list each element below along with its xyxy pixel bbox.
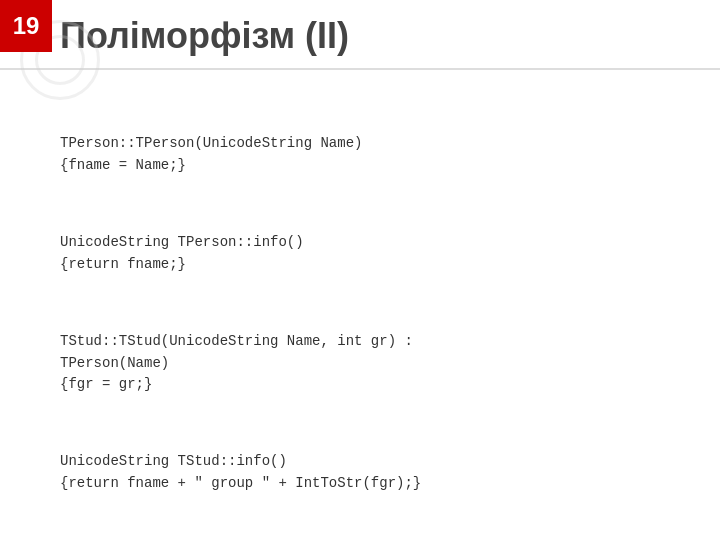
slide-header: Поліморфізм (II) (0, 0, 720, 70)
slide-content: TPerson::TPerson(UnicodeString Name) {fn… (0, 70, 720, 540)
slide-container: 19 Поліморфізм (II) TPerson::TPerson(Uni… (0, 0, 720, 540)
code-section-3: TStud::TStud(UnicodeString Name, int gr)… (60, 331, 660, 396)
code-section-4: UnicodeString TStud::info() {return fnam… (60, 451, 660, 494)
code-block: TPerson::TPerson(UnicodeString Name) {fn… (60, 90, 660, 540)
slide-number: 19 (13, 12, 40, 40)
code-section-1: TPerson::TPerson(UnicodeString Name) {fn… (60, 133, 660, 176)
code-section-2: UnicodeString TPerson::info() {return fn… (60, 232, 660, 275)
slide-title: Поліморфізм (II) (60, 15, 349, 57)
slide-number-badge: 19 (0, 0, 52, 52)
